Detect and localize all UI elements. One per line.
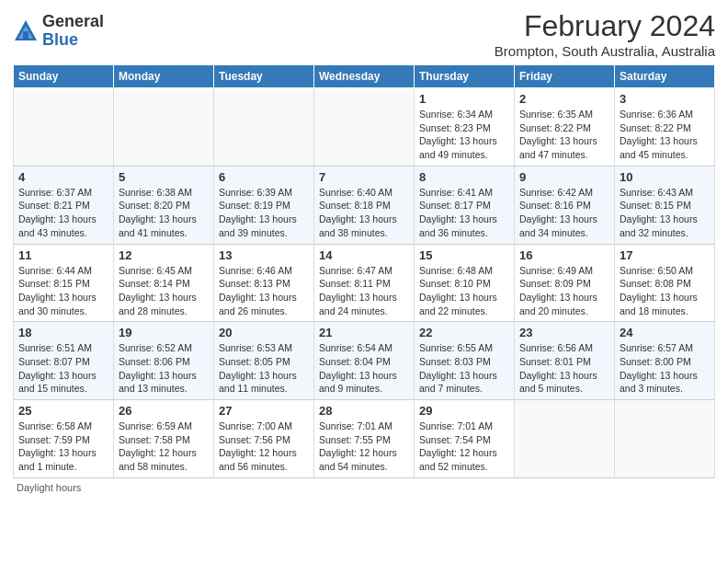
calendar-cell: 25Sunrise: 6:58 AMSunset: 7:59 PMDayligh… [14, 400, 114, 478]
day-number: 8 [419, 170, 509, 184]
calendar-cell: 14Sunrise: 6:47 AMSunset: 8:11 PMDayligh… [314, 244, 415, 322]
calendar-cell: 8Sunrise: 6:41 AMSunset: 8:17 PMDaylight… [415, 166, 515, 244]
calendar-cell: 28Sunrise: 7:01 AMSunset: 7:55 PMDayligh… [314, 400, 415, 478]
day-info: Sunrise: 6:43 AMSunset: 8:15 PMDaylight:… [620, 186, 710, 240]
calendar-cell: 15Sunrise: 6:48 AMSunset: 8:10 PMDayligh… [415, 244, 515, 322]
footer-label: Daylight hours [17, 482, 81, 493]
day-number: 7 [319, 170, 409, 184]
calendar-cell: 29Sunrise: 7:01 AMSunset: 7:54 PMDayligh… [415, 400, 515, 478]
day-info: Sunrise: 6:50 AMSunset: 8:08 PMDaylight:… [620, 264, 710, 318]
day-number: 4 [18, 170, 108, 184]
calendar-cell: 2Sunrise: 6:35 AMSunset: 8:22 PMDaylight… [515, 88, 615, 167]
calendar-cell [314, 88, 415, 167]
day-header-saturday: Saturday [615, 65, 715, 88]
day-info: Sunrise: 7:00 AMSunset: 7:56 PMDaylight:… [219, 419, 309, 474]
page: General Blue February 2024 Brompton, Sou… [0, 0, 728, 563]
day-number: 18 [18, 326, 108, 339]
day-number: 9 [519, 170, 609, 184]
day-number: 25 [18, 404, 108, 418]
calendar-cell: 4Sunrise: 6:37 AMSunset: 8:21 PMDaylight… [14, 166, 114, 244]
day-info: Sunrise: 6:44 AMSunset: 8:15 PMDaylight:… [18, 264, 108, 318]
day-number: 23 [519, 326, 609, 339]
logo-general-text: General [42, 13, 104, 31]
calendar-cell: 1Sunrise: 6:34 AMSunset: 8:23 PMDaylight… [415, 88, 515, 167]
calendar-header: SundayMondayTuesdayWednesdayThursdayFrid… [14, 65, 715, 88]
calendar-table: SundayMondayTuesdayWednesdayThursdayFrid… [13, 64, 715, 478]
header: General Blue February 2024 Brompton, Sou… [13, 9, 715, 59]
day-number: 26 [119, 404, 209, 418]
day-number: 3 [620, 92, 710, 106]
day-info: Sunrise: 6:55 AMSunset: 8:03 PMDaylight:… [419, 341, 509, 396]
calendar-cell: 3Sunrise: 6:36 AMSunset: 8:22 PMDaylight… [615, 88, 715, 167]
calendar-cell: 27Sunrise: 7:00 AMSunset: 7:56 PMDayligh… [214, 400, 314, 478]
day-info: Sunrise: 6:39 AMSunset: 8:19 PMDaylight:… [219, 186, 309, 240]
day-info: Sunrise: 6:45 AMSunset: 8:14 PMDaylight:… [119, 264, 209, 318]
calendar-cell: 10Sunrise: 6:43 AMSunset: 8:15 PMDayligh… [615, 166, 715, 244]
day-info: Sunrise: 6:34 AMSunset: 8:23 PMDaylight:… [419, 108, 509, 162]
logo-text: General Blue [42, 13, 104, 50]
day-number: 12 [119, 248, 209, 262]
day-header-wednesday: Wednesday [314, 65, 415, 88]
calendar-cell: 21Sunrise: 6:54 AMSunset: 8:04 PMDayligh… [314, 322, 415, 400]
day-number: 27 [219, 404, 309, 418]
logo: General Blue [13, 13, 104, 50]
calendar-cell: 12Sunrise: 6:45 AMSunset: 8:14 PMDayligh… [114, 244, 214, 322]
day-info: Sunrise: 7:01 AMSunset: 7:54 PMDaylight:… [419, 419, 509, 474]
footer: Daylight hours [13, 482, 715, 493]
day-number: 14 [319, 248, 409, 262]
day-info: Sunrise: 6:41 AMSunset: 8:17 PMDaylight:… [419, 186, 509, 240]
calendar-cell: 9Sunrise: 6:42 AMSunset: 8:16 PMDaylight… [515, 166, 615, 244]
day-number: 16 [519, 248, 609, 262]
calendar-cell [114, 88, 214, 167]
day-info: Sunrise: 6:57 AMSunset: 8:00 PMDaylight:… [620, 341, 710, 396]
day-info: Sunrise: 6:36 AMSunset: 8:22 PMDaylight:… [620, 108, 710, 162]
week-row-3: 18Sunrise: 6:51 AMSunset: 8:07 PMDayligh… [14, 322, 715, 400]
day-info: Sunrise: 6:59 AMSunset: 7:58 PMDaylight:… [119, 419, 209, 474]
calendar-cell: 20Sunrise: 6:53 AMSunset: 8:05 PMDayligh… [214, 322, 314, 400]
week-row-1: 4Sunrise: 6:37 AMSunset: 8:21 PMDaylight… [14, 166, 715, 244]
header-row: SundayMondayTuesdayWednesdayThursdayFrid… [14, 65, 715, 88]
day-info: Sunrise: 6:35 AMSunset: 8:22 PMDaylight:… [519, 108, 609, 162]
subtitle: Brompton, South Australia, Australia [495, 43, 715, 59]
day-number: 28 [319, 404, 409, 418]
calendar-cell: 17Sunrise: 6:50 AMSunset: 8:08 PMDayligh… [615, 244, 715, 322]
week-row-0: 1Sunrise: 6:34 AMSunset: 8:23 PMDaylight… [14, 88, 715, 167]
day-number: 5 [119, 170, 209, 184]
day-number: 20 [219, 326, 309, 339]
logo-icon [13, 18, 39, 44]
day-number: 15 [419, 248, 509, 262]
day-number: 1 [419, 92, 509, 106]
day-number: 22 [419, 326, 509, 339]
day-header-tuesday: Tuesday [214, 65, 314, 88]
title-block: February 2024 Brompton, South Australia,… [495, 9, 715, 59]
calendar-cell: 19Sunrise: 6:52 AMSunset: 8:06 PMDayligh… [114, 322, 214, 400]
day-info: Sunrise: 6:42 AMSunset: 8:16 PMDaylight:… [519, 186, 609, 240]
day-header-friday: Friday [515, 65, 615, 88]
svg-rect-2 [23, 31, 28, 39]
day-info: Sunrise: 6:58 AMSunset: 7:59 PMDaylight:… [18, 419, 108, 474]
calendar-cell: 18Sunrise: 6:51 AMSunset: 8:07 PMDayligh… [14, 322, 114, 400]
day-header-sunday: Sunday [14, 65, 114, 88]
day-number: 13 [219, 248, 309, 262]
logo-blue-text: Blue [42, 31, 104, 50]
calendar-cell: 6Sunrise: 6:39 AMSunset: 8:19 PMDaylight… [214, 166, 314, 244]
day-info: Sunrise: 6:48 AMSunset: 8:10 PMDaylight:… [419, 264, 509, 318]
day-header-monday: Monday [114, 65, 214, 88]
day-info: Sunrise: 6:53 AMSunset: 8:05 PMDaylight:… [219, 341, 309, 396]
calendar-cell: 16Sunrise: 6:49 AMSunset: 8:09 PMDayligh… [515, 244, 615, 322]
calendar-cell: 11Sunrise: 6:44 AMSunset: 8:15 PMDayligh… [14, 244, 114, 322]
day-info: Sunrise: 6:51 AMSunset: 8:07 PMDaylight:… [18, 341, 108, 396]
day-number: 21 [319, 326, 409, 339]
calendar-cell: 13Sunrise: 6:46 AMSunset: 8:13 PMDayligh… [214, 244, 314, 322]
calendar-cell: 22Sunrise: 6:55 AMSunset: 8:03 PMDayligh… [415, 322, 515, 400]
week-row-2: 11Sunrise: 6:44 AMSunset: 8:15 PMDayligh… [14, 244, 715, 322]
day-number: 2 [519, 92, 609, 106]
day-info: Sunrise: 6:47 AMSunset: 8:11 PMDaylight:… [319, 264, 409, 318]
calendar-cell: 23Sunrise: 6:56 AMSunset: 8:01 PMDayligh… [515, 322, 615, 400]
day-number: 10 [620, 170, 710, 184]
main-title: February 2024 [495, 9, 715, 43]
day-info: Sunrise: 6:37 AMSunset: 8:21 PMDaylight:… [18, 186, 108, 240]
day-info: Sunrise: 6:49 AMSunset: 8:09 PMDaylight:… [519, 264, 609, 318]
day-number: 19 [119, 326, 209, 339]
day-info: Sunrise: 6:38 AMSunset: 8:20 PMDaylight:… [119, 186, 209, 240]
